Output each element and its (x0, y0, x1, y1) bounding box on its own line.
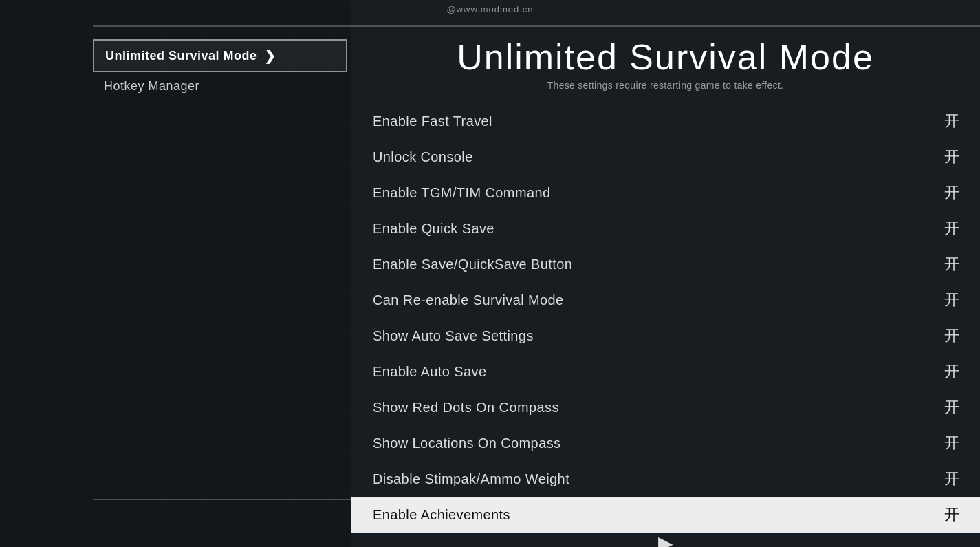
settings-label-can-re-enable-survival-mode: Can Re-enable Survival Mode (373, 292, 564, 308)
toggle-icon-disable-stimpak-ammo-weight[interactable]: 开 (937, 469, 959, 489)
settings-label-show-red-dots-on-compass: Show Red Dots On Compass (373, 400, 559, 416)
sidebar-item-hotkey-manager[interactable]: Hotkey Manager (93, 72, 347, 100)
toggle-icon-show-locations-on-compass[interactable]: 开 (937, 433, 959, 453)
settings-label-disable-stimpak-ammo-weight: Disable Stimpak/Ammo Weight (373, 471, 569, 487)
settings-item-show-locations-on-compass[interactable]: Show Locations On Compass开 (351, 425, 980, 461)
settings-item-enable-fast-travel[interactable]: Enable Fast Travel开 (351, 103, 980, 139)
settings-list: Enable Fast Travel开Unlock Console开Enable… (351, 103, 980, 533)
settings-label-enable-quick-save: Enable Quick Save (373, 221, 494, 237)
settings-item-can-re-enable-survival-mode[interactable]: Can Re-enable Survival Mode开 (351, 282, 980, 318)
settings-label-enable-tgm-tim: Enable TGM/TIM Command (373, 185, 551, 201)
settings-label-show-auto-save-settings: Show Auto Save Settings (373, 328, 534, 344)
toggle-icon-can-re-enable-survival-mode[interactable]: 开 (937, 290, 959, 310)
sidebar-item-label-hotkey: Hotkey Manager (104, 79, 199, 94)
toggle-icon-enable-fast-travel[interactable]: 开 (937, 111, 959, 131)
settings-label-unlock-console: Unlock Console (373, 149, 473, 165)
settings-label-enable-fast-travel: Enable Fast Travel (373, 114, 492, 129)
toggle-icon-show-auto-save-settings[interactable]: 开 (937, 325, 959, 346)
settings-label-enable-achievements: Enable Achievements (373, 507, 510, 523)
toggle-icon-enable-achievements[interactable]: 开 (937, 504, 959, 525)
settings-item-show-red-dots-on-compass[interactable]: Show Red Dots On Compass开 (351, 389, 980, 425)
sidebar-item-unlimited-survival-mode[interactable]: Unlimited Survival Mode ❯ (93, 39, 347, 72)
selected-arrow-pointer: ▶ (351, 534, 980, 547)
content-panel: Unlimited Survival Mode These settings r… (351, 25, 980, 500)
settings-item-enable-tgm-tim[interactable]: Enable TGM/TIM Command开 (351, 175, 980, 211)
settings-item-unlock-console[interactable]: Unlock Console开 (351, 139, 980, 175)
sidebar-item-label-unlimited: Unlimited Survival Mode (105, 49, 257, 63)
settings-label-show-locations-on-compass: Show Locations On Compass (373, 436, 560, 451)
sidebar-active-arrow: ❯ (264, 47, 276, 64)
settings-item-disable-stimpak-ammo-weight[interactable]: Disable Stimpak/Ammo Weight开 (351, 461, 980, 497)
settings-label-enable-save-quicksave-button: Enable Save/QuickSave Button (373, 257, 572, 272)
toggle-icon-enable-save-quicksave-button[interactable]: 开 (937, 254, 959, 275)
toggle-icon-show-red-dots-on-compass[interactable]: 开 (937, 397, 959, 418)
watermark-text: @www.modmod.cn (446, 4, 533, 14)
toggle-icon-enable-tgm-tim[interactable]: 开 (937, 182, 959, 203)
sidebar: Unlimited Survival Mode ❯ Hotkey Manager (93, 25, 347, 500)
toggle-icon-unlock-console[interactable]: 开 (937, 147, 959, 167)
settings-item-enable-achievements[interactable]: Enable Achievements开 (351, 497, 980, 533)
settings-item-enable-auto-save[interactable]: Enable Auto Save开 (351, 354, 980, 389)
settings-item-enable-quick-save[interactable]: Enable Quick Save开 (351, 211, 980, 246)
page-title: Unlimited Survival Mode (351, 38, 980, 77)
settings-item-show-auto-save-settings[interactable]: Show Auto Save Settings开 (351, 318, 980, 354)
toggle-icon-enable-auto-save[interactable]: 开 (937, 361, 959, 382)
settings-label-enable-auto-save: Enable Auto Save (373, 364, 486, 380)
toggle-icon-enable-quick-save[interactable]: 开 (937, 218, 959, 239)
page-subtitle: These settings require restarting game t… (351, 80, 980, 91)
settings-item-enable-save-quicksave-button[interactable]: Enable Save/QuickSave Button开 (351, 246, 980, 282)
